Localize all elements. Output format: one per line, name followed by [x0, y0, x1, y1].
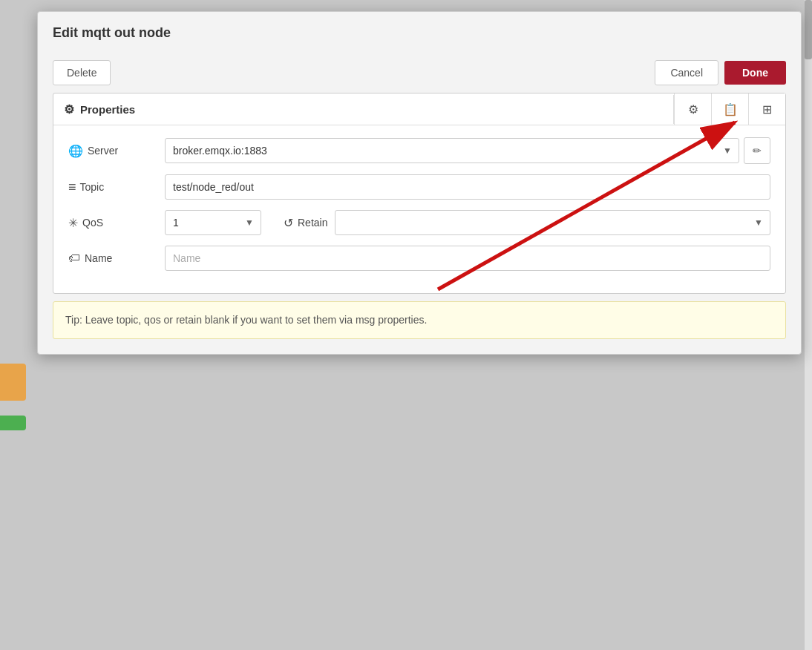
retain-label-text: Retain [298, 217, 327, 229]
server-label: 🌐 Server [68, 144, 157, 158]
properties-layout-button[interactable]: ⊞ [748, 93, 785, 125]
server-select-wrapper: broker.emqx.io:1883 ▼ [165, 138, 739, 163]
server-select[interactable]: broker.emqx.io:1883 [165, 138, 739, 163]
dialog-title: Edit mqtt out node [38, 12, 801, 53]
properties-icons: ⚙ 📋 ⊞ [674, 93, 785, 125]
properties-header: ⚙ Properties ⚙ 📋 ⊞ [53, 93, 785, 125]
dialog-title-text: Edit mqtt out node [53, 25, 171, 40]
server-input-group: broker.emqx.io:1883 ▼ ✏ [165, 137, 770, 164]
form-body: 🌐 Server broker.emqx.io:1883 ▼ ✏ ≡ [53, 125, 785, 293]
server-row: 🌐 Server broker.emqx.io:1883 ▼ ✏ [68, 137, 770, 164]
properties-section: ⚙ Properties ⚙ 📋 ⊞ 🌐 Server b [53, 93, 786, 294]
retain-select[interactable]: true false [335, 210, 770, 235]
name-input[interactable] [165, 246, 770, 271]
topic-input[interactable] [165, 174, 770, 200]
topic-row: ≡ Topic [68, 174, 770, 200]
name-row: 🏷 Name [68, 246, 770, 271]
delete-button[interactable]: Delete [53, 60, 111, 85]
topic-label: ≡ Topic [68, 180, 157, 195]
edit-dialog: Edit mqtt out node Delete Cancel Done ⚙ … [37, 11, 802, 355]
retain-label-group: ↺ Retain [284, 216, 327, 230]
cancel-button[interactable]: Cancel [655, 60, 718, 85]
topic-icon: ≡ [68, 180, 76, 195]
toolbar-right: Cancel Done [655, 60, 786, 85]
properties-title-area: ⚙ Properties [53, 95, 674, 124]
properties-label: Properties [80, 103, 135, 116]
tip-text: Tip: Leave topic, qos or retain blank if… [65, 314, 427, 326]
name-label: 🏷 Name [68, 252, 157, 265]
qos-select-wrapper: 1 0 2 ▼ [165, 210, 261, 235]
server-edit-button[interactable]: ✏ [744, 137, 770, 164]
node-orange [0, 364, 26, 401]
name-icon: 🏷 [68, 252, 80, 265]
name-label-text: Name [85, 252, 112, 264]
node-green [0, 416, 26, 430]
topic-label-text: Topic [80, 181, 105, 193]
qos-icon: ✳ [68, 216, 78, 230]
retain-select-wrapper: true false ▼ [335, 210, 770, 235]
scrollbar[interactable] [805, 0, 812, 650]
properties-copy-button[interactable]: 📋 [711, 93, 748, 125]
qos-label: ✳ QoS [68, 216, 157, 230]
scrollbar-thumb[interactable] [805, 0, 812, 59]
qos-label-text: QoS [82, 217, 103, 229]
retain-icon: ↺ [284, 216, 293, 230]
server-label-text: Server [88, 145, 118, 157]
qos-row: ✳ QoS 1 0 2 ▼ ↺ Retain [68, 210, 770, 235]
properties-gear-icon: ⚙ [64, 102, 74, 116]
tip-box: Tip: Leave topic, qos or retain blank if… [53, 301, 786, 339]
properties-settings-button[interactable]: ⚙ [674, 93, 711, 125]
done-button[interactable]: Done [724, 61, 786, 85]
server-icon: 🌐 [68, 144, 83, 158]
qos-select[interactable]: 1 0 2 [165, 210, 261, 235]
dialog-toolbar: Delete Cancel Done [38, 53, 801, 93]
